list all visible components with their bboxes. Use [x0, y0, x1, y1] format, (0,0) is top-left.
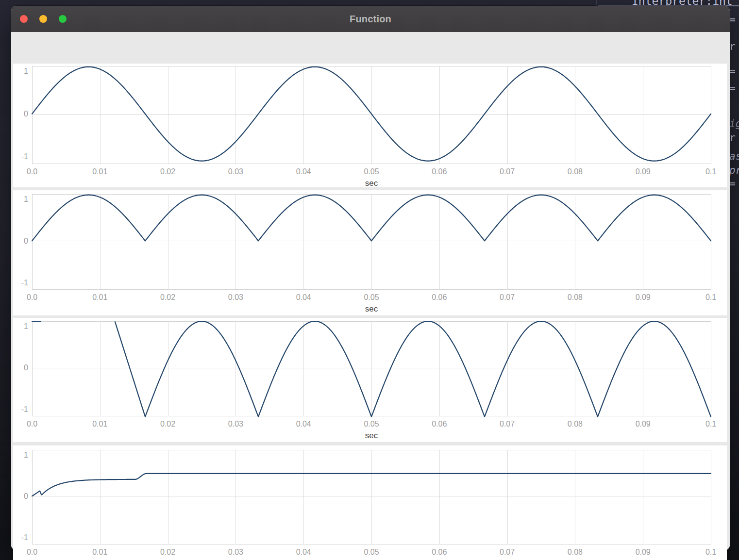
- x-tick-label: 0.01: [92, 420, 107, 428]
- x-tick-label: 0.06: [432, 167, 447, 176]
- chart-panel-normalized: 10-10.00.010.020.030.040.050.060.070.080…: [13, 318, 727, 442]
- x-axis-unit-label: sec: [365, 179, 378, 187]
- x-tick-label: 0.05: [364, 420, 379, 428]
- x-tick-label: 0.04: [296, 548, 311, 556]
- x-tick-label: 0.06: [432, 420, 447, 428]
- x-tick-label: 0.09: [636, 420, 651, 428]
- y-tick-label: 1: [24, 322, 28, 330]
- x-tick-label: 0.07: [500, 420, 515, 428]
- x-tick-label: 0.1: [705, 167, 716, 176]
- chart-svg-normalized: 10-10.00.010.020.030.040.050.060.070.080…: [13, 318, 727, 442]
- chart-panel-rectified: 10-10.00.010.020.030.040.050.060.070.080…: [13, 190, 727, 315]
- x-axis-unit-label: sec: [365, 431, 378, 440]
- x-tick-label: 0.02: [160, 293, 175, 301]
- code-fragment: =: [729, 66, 739, 77]
- x-tick-label: 0.09: [636, 167, 651, 176]
- x-tick-label: 0.04: [296, 293, 311, 301]
- x-tick-label: 0.07: [500, 548, 515, 556]
- x-tick-label: 0.03: [228, 167, 243, 176]
- x-tick-label: 0.06: [432, 293, 447, 301]
- y-tick-label: -1: [21, 279, 28, 287]
- screen: { "window": { "title": "Function", "cont…: [0, 0, 739, 560]
- x-tick-label: 0.04: [296, 167, 311, 176]
- x-tick-label: 0.01: [92, 293, 107, 301]
- chart-panel-signal: 10-10.00.010.020.030.040.050.060.070.080…: [13, 64, 727, 187]
- close-button[interactable]: [20, 15, 28, 23]
- window-content: 10-10.00.010.020.030.040.050.060.070.080…: [11, 32, 730, 550]
- x-tick-label: 0.08: [568, 167, 583, 176]
- x-tick-label: 0.08: [568, 548, 583, 556]
- chart-svg-rectified: 10-10.00.010.020.030.040.050.060.070.080…: [13, 190, 727, 315]
- x-tick-label: 0.02: [160, 167, 175, 176]
- y-tick-label: 0: [24, 363, 28, 372]
- window-title: Function: [350, 14, 391, 25]
- code-fragment: =: [729, 82, 739, 94]
- x-tick-label: 0.1: [705, 420, 716, 428]
- x-tick-label: 0.0: [27, 167, 37, 176]
- x-tick-label: 0.02: [160, 420, 175, 428]
- x-tick-label: 0.08: [568, 293, 583, 301]
- minimize-button[interactable]: [39, 15, 47, 23]
- function-window: Function 10-10.00.010.020.030.040.050.06…: [11, 6, 730, 550]
- x-tick-label: 0.0: [27, 293, 37, 301]
- code-fragment: ig: [729, 118, 739, 130]
- code-fragment: as: [729, 150, 739, 162]
- zoom-button[interactable]: [59, 15, 67, 23]
- code-fragment: pr: [729, 165, 739, 176]
- chart-svg-signal: 10-10.00.010.020.030.040.050.060.070.080…: [13, 64, 727, 187]
- code-fragment: =: [729, 14, 739, 26]
- x-tick-label: 0.1: [705, 548, 716, 556]
- x-tick-label: 0.05: [364, 548, 379, 556]
- window-titlebar[interactable]: Function: [11, 6, 730, 33]
- x-tick-label: 0.1: [705, 293, 716, 301]
- x-tick-label: 0.07: [500, 167, 515, 176]
- x-tick-label: 0.05: [364, 167, 379, 176]
- code-fragment: r: [729, 132, 739, 144]
- x-tick-label: 0.01: [92, 548, 107, 556]
- y-tick-label: 0: [24, 492, 28, 500]
- x-tick-label: 0.05: [364, 293, 379, 301]
- x-tick-label: 0.02: [160, 548, 175, 556]
- chart-panel-envelope: 10-10.00.010.020.030.040.050.060.070.080…: [13, 445, 727, 560]
- x-tick-label: 0.04: [296, 420, 311, 428]
- x-tick-label: 0.08: [568, 420, 583, 428]
- x-tick-label: 0.09: [636, 293, 651, 301]
- code-fragment: r: [729, 41, 739, 52]
- y-tick-label: -1: [21, 533, 28, 542]
- y-tick-label: 1: [24, 67, 28, 75]
- y-tick-label: -1: [21, 152, 28, 161]
- y-tick-label: 0: [24, 110, 28, 118]
- x-tick-label: 0.03: [228, 293, 243, 301]
- chart-svg-envelope: 10-10.00.010.020.030.040.050.060.070.080…: [13, 445, 727, 560]
- x-tick-label: 0.01: [92, 167, 107, 176]
- x-tick-label: 0.06: [432, 548, 447, 556]
- x-tick-label: 0.0: [27, 548, 37, 556]
- x-tick-label: 0.07: [500, 293, 515, 301]
- x-tick-label: 0.09: [636, 548, 651, 556]
- code-fragment: =: [729, 178, 739, 190]
- y-tick-label: 1: [24, 195, 28, 203]
- x-axis-unit-label: sec: [365, 304, 378, 313]
- x-tick-label: 0.03: [228, 420, 243, 428]
- y-tick-label: 0: [24, 237, 28, 245]
- y-tick-label: -1: [21, 405, 28, 413]
- x-tick-label: 0.03: [228, 548, 243, 556]
- y-tick-label: 1: [24, 451, 28, 459]
- x-tick-label: 0.0: [27, 420, 37, 428]
